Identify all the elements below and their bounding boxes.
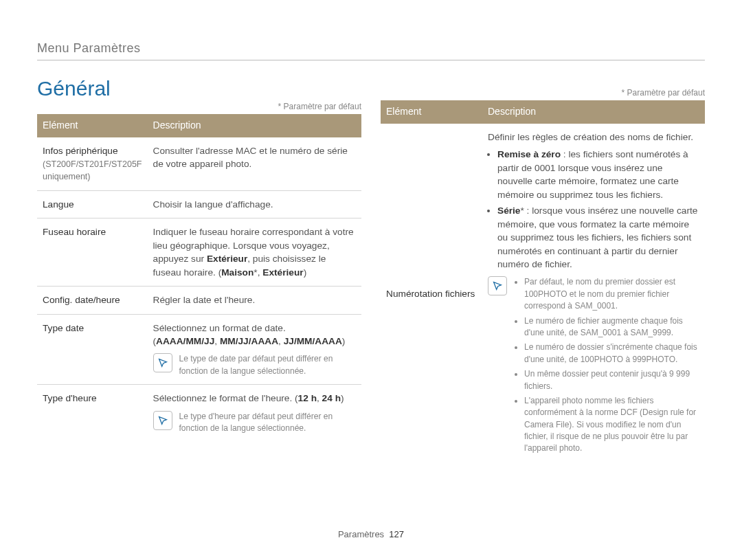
note-icon	[153, 411, 172, 430]
spacer	[381, 62, 705, 88]
col-header-element: Elément	[37, 114, 148, 137]
table-header-row: Elément Description	[381, 100, 705, 124]
cell-element: Config. date/heure	[37, 287, 148, 314]
cell-element: Fuseau horaire	[37, 219, 148, 287]
table-row: Langue Choisir la langue d'affichage.	[37, 190, 361, 218]
cell-description: Sélectionnez un format de date. (AAAA/MM…	[148, 314, 361, 385]
default-param-caption: * Paramètre par défaut	[381, 88, 705, 98]
table-row: Type date Sélectionnez un format de date…	[37, 314, 361, 385]
note-body: Par défaut, le nom du premier dossier es…	[514, 276, 699, 457]
list-item: Le numéro de dossier s'incrémente chaque…	[524, 341, 699, 366]
list-item: Par défaut, le nom du premier dossier es…	[524, 276, 699, 312]
breadcrumb: Menu Paramètres	[37, 41, 705, 56]
params-table-left: Elément Description Infos périphérique (…	[37, 114, 361, 441]
list-item: Le numéro de fichier augmente chaque foi…	[524, 315, 699, 339]
table-row: Numérotation fichiers Définir les règles…	[381, 124, 705, 464]
right-column: * Paramètre par défaut Elément Descripti…	[381, 62, 705, 464]
left-column: Général * Paramètre par défaut Elément D…	[37, 62, 361, 464]
note-box: Le type d'heure par défaut peut différer…	[153, 411, 356, 435]
page-footer: Paramètres 127	[0, 529, 742, 539]
table-row: Config. date/heure Régler la date et l'h…	[37, 287, 361, 314]
list-item: L'appareil photo nomme les fichiers conf…	[524, 395, 699, 455]
note-box: Par défaut, le nom du premier dossier es…	[488, 276, 699, 457]
divider	[37, 60, 705, 60]
table-row: Fuseau horaire Indiquer le fuseau horair…	[37, 219, 361, 287]
col-header-description: Description	[482, 100, 705, 124]
manual-page: Menu Paramètres Général * Paramètre par …	[0, 0, 742, 560]
lead-text: Définir les règles de création des noms …	[488, 131, 699, 144]
section-title: Général	[37, 77, 361, 100]
cell-description: Régler la date et l'heure.	[148, 287, 361, 314]
default-param-caption: * Paramètre par défaut	[37, 102, 361, 111]
cell-description: Définir les règles de création des noms …	[482, 124, 705, 464]
cell-description: Sélectionnez le format de l'heure. (12 h…	[148, 385, 361, 442]
row-title: Infos périphérique	[43, 146, 118, 156]
cell-element: Infos périphérique (ST200F/ST201F/ST205F…	[37, 137, 148, 190]
option-list: Remise à zéro : les fichiers sont numéro…	[488, 148, 699, 271]
note-body: Le type d'heure par défaut peut différer…	[179, 411, 356, 435]
row-subtitle: (ST200F/ST201F/ST205F uniquement)	[43, 159, 142, 183]
cell-element: Type d'heure	[37, 385, 148, 442]
table-row: Type d'heure Sélectionnez le format de l…	[37, 385, 361, 442]
footer-section: Paramètres	[338, 529, 384, 539]
col-header-element: Elément	[381, 100, 482, 124]
note-icon	[488, 276, 507, 295]
cell-description: Indiquer le fuseau horaire correspondant…	[148, 219, 361, 287]
list-item: Série* : lorsque vous insérez une nouvel…	[497, 204, 699, 271]
note-body: Le type de date par défaut peut différer…	[179, 353, 356, 377]
cell-element: Type date	[37, 314, 148, 385]
cell-description: Choisir la langue d'affichage.	[148, 190, 361, 218]
two-column-layout: Général * Paramètre par défaut Elément D…	[37, 62, 705, 464]
table-header-row: Elément Description	[37, 114, 361, 137]
note-box: Le type de date par défaut peut différer…	[153, 353, 356, 377]
cell-element: Numérotation fichiers	[381, 124, 482, 464]
page-number: 127	[389, 529, 404, 539]
cell-description: Consulter l'adresse MAC et le numéro de …	[148, 137, 361, 190]
col-header-description: Description	[148, 114, 361, 137]
cell-element: Langue	[37, 190, 148, 218]
list-item: Un même dossier peut contenir jusqu'à 9 …	[524, 368, 699, 392]
note-list: Par défaut, le nom du premier dossier es…	[514, 276, 699, 454]
params-table-right: Elément Description Numérotation fichier…	[381, 100, 705, 464]
note-icon	[153, 353, 172, 372]
table-row: Infos périphérique (ST200F/ST201F/ST205F…	[37, 137, 361, 190]
list-item: Remise à zéro : les fichiers sont numéro…	[497, 148, 699, 201]
